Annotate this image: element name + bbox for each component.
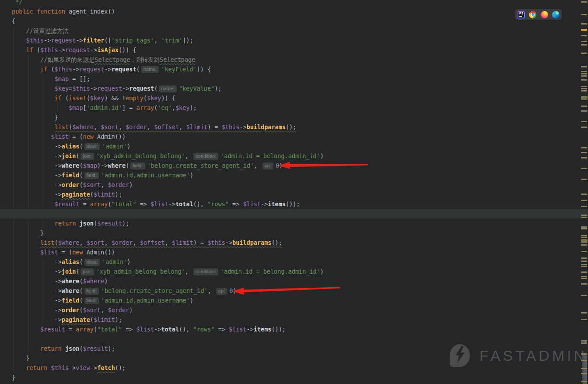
code-line[interactable]: return json($result); [12, 218, 588, 228]
stripe-mark[interactable] [581, 228, 587, 229]
code-line[interactable]: { [12, 16, 588, 26]
code-line[interactable]: $result = array("total" => $list->total(… [12, 324, 588, 334]
stripe-mark[interactable] [581, 79, 587, 81]
code-line[interactable]: //如果发送的来源是Selectpage，则转发到Selectpage [12, 55, 588, 64]
code-line[interactable]: $list = (new Admin()) [12, 132, 588, 141]
stripe-mark[interactable] [581, 86, 587, 87]
stripe-mark[interactable] [581, 239, 588, 243]
stripe-mark[interactable] [581, 152, 587, 153]
stripe-mark[interactable] [581, 106, 587, 107]
code-line[interactable]: } [12, 228, 588, 238]
code-line[interactable]: public function agent_index() [12, 7, 588, 16]
code-line[interactable]: ->where($map)->where(field:'belong.creat… [12, 161, 588, 170]
code-line[interactable]: ->alias(alias:'admin') [12, 257, 588, 267]
stripe-mark[interactable] [581, 44, 587, 46]
stripe-mark[interactable] [581, 360, 587, 361]
stripe-mark[interactable] [581, 23, 587, 25]
code-line[interactable]: $map = []; [12, 74, 588, 84]
stripe-mark[interactable] [581, 235, 587, 236]
stripe-mark[interactable] [581, 194, 587, 195]
code-line[interactable]: $list = (new Admin()) [12, 247, 588, 257]
code-line[interactable]: ->order($sort, $order) [12, 305, 588, 315]
stripe-mark[interactable] [581, 53, 587, 54]
code-line[interactable]: } [12, 373, 588, 382]
stripe-mark[interactable] [581, 319, 587, 320]
stripe-mark[interactable] [581, 1, 587, 3]
code-line[interactable]: */ [12, 0, 588, 7]
stripe-mark[interactable] [581, 88, 587, 89]
stripe-mark[interactable] [581, 251, 587, 252]
stripe-mark[interactable] [581, 257, 587, 259]
code-line[interactable] [12, 334, 588, 344]
stripe-mark[interactable] [581, 200, 587, 201]
stripe-mark[interactable] [581, 340, 587, 342]
stripe-mark[interactable] [581, 312, 587, 314]
code-line[interactable]: ->field(field:'admin.id,admin.username') [12, 170, 588, 180]
code-line[interactable]: } [12, 113, 588, 122]
stripe-mark[interactable] [581, 264, 587, 265]
stripe-mark[interactable] [581, 353, 587, 355]
code-line[interactable]: $key=$this->request->request(name:"keyVa… [12, 84, 588, 93]
stripe-mark[interactable] [581, 35, 587, 36]
code-area[interactable]: */public function agent_index(){ //设置过滤方… [12, 0, 588, 382]
stripe-mark[interactable] [581, 368, 587, 369]
editor[interactable]: */public function agent_index(){ //设置过滤方… [0, 0, 588, 384]
stripe-mark[interactable] [581, 157, 587, 159]
code-line[interactable]: $this->request->filter(['strip_tags', 't… [12, 35, 588, 45]
stripe-mark[interactable] [581, 75, 587, 77]
code-line[interactable]: list($where, $sort, $order, $offset, $li… [12, 122, 588, 132]
code-line[interactable]: ->alias(alias:'admin') [12, 141, 588, 151]
code-line[interactable]: ->join(join:'xyb_admin_belong belong', c… [12, 267, 588, 276]
stripe-mark[interactable] [581, 41, 587, 42]
stripe-mark[interactable] [581, 381, 587, 382]
code-line[interactable]: ->paginate($limit); [12, 315, 588, 324]
stripe-mark[interactable] [581, 261, 587, 262]
phpstorm-icon[interactable]: PS [518, 11, 525, 18]
stripe-mark[interactable] [581, 96, 588, 100]
code-line[interactable]: if ($this->request->isAjax()) { [12, 45, 588, 55]
stripe-mark[interactable] [581, 237, 587, 238]
stripe-mark[interactable] [581, 110, 587, 112]
code-line[interactable]: $map['admin.id'] = array('eq',$key); [12, 103, 588, 113]
stripe-mark[interactable] [581, 71, 587, 72]
stripe-mark[interactable] [581, 29, 587, 31]
stripe-mark[interactable] [581, 217, 587, 218]
stripe-mark[interactable] [581, 278, 587, 279]
firefox-icon[interactable] [541, 11, 548, 18]
stripe-mark[interactable] [581, 121, 587, 122]
stripe-mark[interactable] [581, 73, 587, 74]
code-line[interactable]: if ($this->request->request(name:'keyFie… [12, 64, 588, 74]
stripe-mark[interactable] [581, 295, 587, 296]
stripe-mark[interactable] [581, 14, 587, 15]
code-line[interactable]: list($where, $sort, $order, $offset, $li… [12, 238, 588, 247]
chrome-icon[interactable] [529, 11, 536, 18]
code-line[interactable]: ->where($where) [12, 276, 588, 286]
stripe-mark[interactable] [581, 283, 587, 285]
code-line[interactable]: ->where(field:'belong.create_store_agent… [12, 286, 588, 296]
stripe-mark[interactable] [581, 90, 587, 92]
error-stripe[interactable] [580, 0, 588, 384]
code-line[interactable]: $result = array("total" => $list->total(… [12, 199, 588, 209]
code-line[interactable]: ->paginate($limit); [12, 190, 588, 199]
stripe-mark[interactable] [581, 127, 587, 128]
stripe-mark[interactable] [581, 168, 587, 169]
stripe-mark[interactable] [581, 147, 587, 148]
code-line[interactable]: ->field(field:'admin.id,admin.username') [12, 296, 588, 305]
code-line[interactable]: if (isset($key) && !empty($key)) { [12, 93, 588, 103]
code-line[interactable]: //设置过滤方法 [12, 26, 588, 35]
stripe-mark[interactable] [581, 179, 587, 180]
stripe-mark[interactable] [581, 226, 587, 228]
stripe-mark[interactable] [581, 271, 587, 273]
stripe-mark[interactable] [581, 276, 587, 277]
stripe-mark[interactable] [581, 373, 587, 374]
stripe-mark[interactable] [581, 215, 587, 216]
stripe-mark[interactable] [581, 244, 587, 246]
edge-icon[interactable] [552, 11, 560, 18]
stripe-mark[interactable] [581, 342, 587, 344]
stripe-mark[interactable] [581, 266, 587, 267]
code-line[interactable] [12, 209, 588, 218]
code-line[interactable]: ->join(join:'xyb_admin_belong belong', c… [12, 151, 588, 161]
stripe-mark[interactable] [581, 206, 587, 207]
stripe-mark[interactable] [581, 66, 587, 67]
code-line[interactable]: ->order($sort, $order) [12, 180, 588, 190]
